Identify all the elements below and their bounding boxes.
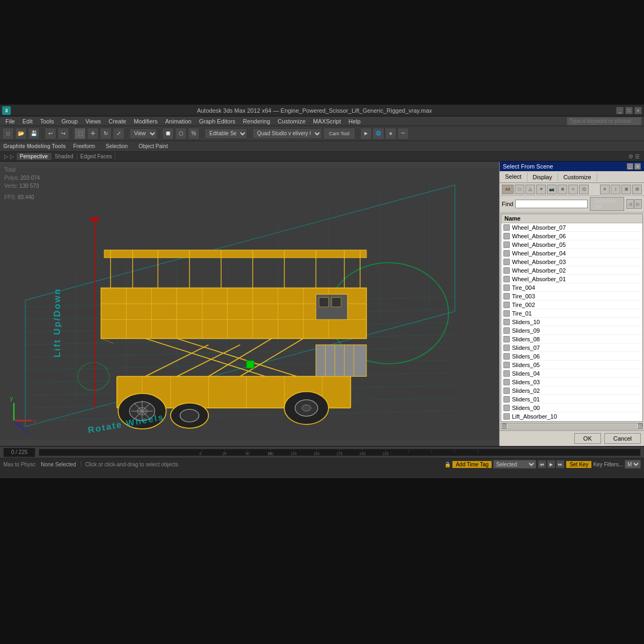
cam-tool-btn[interactable]: Cam Tool — [323, 128, 355, 140]
h-scrollbar[interactable]: ◁ ▷ — [501, 423, 643, 429]
3d-viewport[interactable]: Total Polys: 203 074 Verts: 130 573 FPS:… — [0, 162, 499, 446]
search-in-btn[interactable]: ◁ — [626, 199, 634, 209]
camera-btn[interactable]: 📷 — [547, 185, 557, 194]
env-btn[interactable]: 🌐 — [372, 128, 384, 140]
list-item[interactable]: Sliders_04 — [501, 369, 642, 378]
curve-btn[interactable]: 〜 — [397, 128, 409, 140]
play-btn[interactable]: ▶ — [547, 460, 555, 469]
tab-shaded[interactable]: Shaded — [52, 153, 77, 160]
expand-btn[interactable]: ⊞ — [621, 185, 631, 194]
menu-help[interactable]: Help — [345, 118, 364, 125]
space-warp-btn[interactable]: ≈ — [568, 185, 578, 194]
list-item[interactable]: Sliders_10 — [501, 318, 642, 326]
viewport-options[interactable]: ⚙ ☰ — [626, 153, 642, 159]
list-item[interactable]: Tire_002 — [501, 301, 642, 309]
list-item[interactable]: Lift_Absorber_10 — [501, 412, 642, 421]
find-input[interactable] — [515, 200, 588, 208]
key-filters-btn[interactable]: Key Filters... — [593, 462, 623, 467]
tab-perspective[interactable]: Perspective — [17, 153, 52, 160]
rotate-btn[interactable]: ↻ — [100, 128, 112, 140]
cancel-button[interactable]: Cancel — [604, 433, 641, 444]
panel-minimize[interactable]: _ — [627, 163, 633, 170]
list-item[interactable]: Wheel_Absorber_07 — [501, 223, 642, 232]
list-item[interactable]: Sliders_02 — [501, 386, 642, 395]
set-key-btn[interactable]: Set Key — [566, 461, 591, 468]
graphite-object-paint[interactable]: Object Paint — [135, 143, 171, 150]
menu-customize[interactable]: Customize — [274, 118, 309, 125]
helper-btn[interactable]: ⊕ — [558, 185, 567, 194]
angle-snap-btn[interactable]: ⬡ — [175, 128, 187, 140]
graphite-selection[interactable]: Selection — [103, 143, 131, 150]
select-btn[interactable]: ⬚ — [74, 128, 86, 140]
list-item[interactable]: Tire_003 — [501, 292, 642, 301]
tab-customize[interactable]: Customize — [558, 173, 597, 181]
list-item[interactable]: Sliders_06 — [501, 352, 642, 361]
geo-btn[interactable]: □ — [515, 185, 524, 194]
scroll-right-btn[interactable]: ▷ — [638, 423, 642, 429]
all-btn[interactable]: All — [502, 185, 514, 194]
list-view-btn[interactable]: ≡ — [600, 185, 610, 194]
panel-close[interactable]: × — [634, 163, 641, 170]
frame-counter[interactable]: 0 / 225 — [3, 448, 35, 457]
list-item[interactable]: Wheel_Absorber_01 — [501, 275, 642, 283]
menu-views[interactable]: Views — [82, 118, 104, 125]
mm-dropdown[interactable]: MM — [625, 460, 641, 469]
list-item[interactable]: Tire_01 — [501, 309, 642, 318]
menu-animation[interactable]: Animation — [162, 118, 195, 125]
list-item[interactable]: Sliders_09 — [501, 326, 642, 335]
undo-btn[interactable]: ↩ — [45, 128, 56, 140]
menu-maxscript[interactable]: MAXScript — [310, 118, 344, 125]
list-item[interactable]: Sliders_05 — [501, 361, 642, 369]
tab-display[interactable]: Display — [528, 173, 558, 181]
reference-dropdown[interactable]: View — [129, 128, 157, 139]
add-time-tag-btn[interactable]: Add Time Tag — [452, 461, 492, 468]
light-btn[interactable]: ☀ — [536, 185, 546, 194]
selection-set-btn[interactable]: Selection Set — [590, 197, 624, 211]
scroll-left-btn[interactable]: ◁ — [502, 423, 507, 429]
list-item[interactable]: Lift_Absorber_09 — [501, 421, 642, 422]
quad-studio-dropdown[interactable]: Quad Studio v elivery Check — [252, 128, 322, 139]
menu-rendering[interactable]: Rendering — [240, 118, 274, 125]
menu-edit[interactable]: Edit — [19, 118, 36, 125]
percent-snap-btn[interactable]: % — [188, 128, 200, 140]
snap-btn[interactable]: 🔲 — [162, 128, 174, 140]
shape-btn[interactable]: △ — [525, 185, 535, 194]
minimize-button[interactable]: _ — [616, 107, 624, 114]
search-input[interactable] — [567, 117, 642, 126]
list-item[interactable]: Sliders_07 — [501, 343, 642, 352]
menu-create[interactable]: Create — [105, 118, 129, 125]
list-item[interactable]: Sliders_00 — [501, 404, 642, 412]
redo-btn[interactable]: ↪ — [57, 128, 69, 140]
bones-btn[interactable]: ⌬ — [579, 185, 589, 194]
open-btn[interactable]: 📂 — [15, 128, 27, 140]
menu-group[interactable]: Group — [58, 118, 81, 125]
layer-dropdown[interactable]: Editable Selection — [204, 128, 247, 139]
mat-btn[interactable]: ◈ — [385, 128, 397, 140]
graphite-freeform[interactable]: Freeform — [70, 143, 98, 150]
search-out-btn[interactable]: ▷ — [634, 199, 642, 209]
menu-modifiers[interactable]: Modifiers — [130, 118, 161, 125]
next-key-btn[interactable]: ⏭ — [556, 460, 565, 469]
object-list[interactable]: Name Wheel_Absorber_07 Wheel_Absorber_06… — [501, 214, 643, 422]
list-item[interactable]: Sliders_03 — [501, 378, 642, 386]
list-item[interactable]: Wheel_Absorber_02 — [501, 266, 642, 275]
ok-button[interactable]: OK — [574, 433, 601, 444]
list-item[interactable]: Wheel_Absorber_04 — [501, 249, 642, 258]
save-btn[interactable]: 💾 — [28, 128, 40, 140]
sort-btn[interactable]: ↕ — [611, 185, 620, 194]
move-btn[interactable]: ✛ — [87, 128, 99, 140]
maximize-button[interactable]: □ — [625, 107, 633, 114]
collapse-btn[interactable]: ⊟ — [632, 185, 642, 194]
list-item[interactable]: Wheel_Absorber_03 — [501, 258, 642, 266]
render-btn[interactable]: ▶ — [360, 128, 372, 140]
timeline-bar[interactable]: 0 25 50 75 100 125 150 175 200 225 — [39, 449, 641, 456]
menu-file[interactable]: File — [2, 118, 18, 125]
menu-graph-editors[interactable]: Graph Editors — [196, 118, 239, 125]
menu-tools[interactable]: Tools — [37, 118, 57, 125]
list-item[interactable]: Wheel_Absorber_05 — [501, 240, 642, 249]
list-item[interactable]: Sliders_08 — [501, 335, 642, 343]
list-item[interactable]: Sliders_01 — [501, 395, 642, 404]
close-button[interactable]: × — [634, 107, 642, 114]
list-item[interactable]: Tire_004 — [501, 283, 642, 292]
auto-key-dropdown[interactable]: Selected — [493, 460, 536, 469]
